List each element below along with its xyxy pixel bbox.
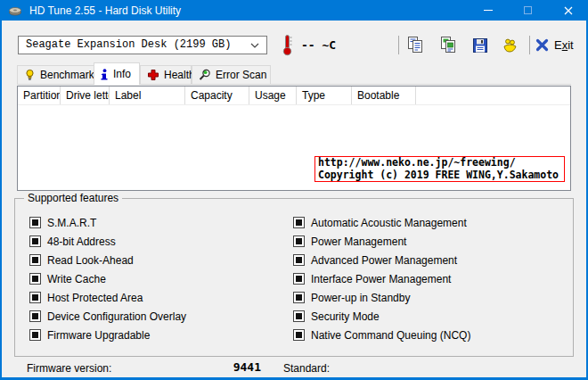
close-button[interactable] [548,0,588,21]
checkbox-filled-icon [296,294,302,301]
temperature-value: -- ~C [301,38,336,52]
feature-label: Power Management [311,235,406,248]
checkbox-filled-icon [296,332,302,338]
thermometer-icon [282,34,293,56]
close-icon [564,6,573,15]
drive-select-value: Seagate Expansion Desk (2199 GB) [26,38,231,51]
feature-checkbox[interactable] [29,292,41,303]
checkbox-filled-icon [32,276,38,282]
tab-label: Health [164,69,195,81]
column-header-label[interactable]: Label [110,87,185,104]
feature-row-smart: S.M.A.R.T [29,213,186,232]
feature-checkbox[interactable] [29,310,41,322]
hard-disk-app-icon [8,4,22,18]
feature-row-power-up-in-standby: Power-up in Standby [293,288,470,307]
feature-row-advanced-power-management: Advanced Power Management [293,251,470,269]
tab-label: Error Scan [216,69,266,81]
feature-row-interface-power-management: Interface Power Management [293,269,470,288]
benchmark-icon [24,69,36,81]
toolbar-separator [398,36,399,54]
minimize-button[interactable] [468,0,508,21]
column-header-usage[interactable]: Usage [249,87,297,104]
checkbox-filled-icon [32,257,38,263]
feature-label: Power-up in Standby [311,292,410,304]
feature-label: Advanced Power Management [311,254,457,267]
feature-label: Read Look-Ahead [47,254,134,267]
feature-row-48bit-address: 48-bit Address [29,232,186,251]
checkbox-filled-icon [296,313,302,319]
save-screenshot-button[interactable] [469,35,492,55]
column-header-capacity[interactable]: Capacity [185,87,249,104]
partition-list: Partition Drive letter Label Capacity Us… [17,86,571,191]
credit-url: http://www.neko.ne.jp/~freewing/ [318,157,561,169]
column-header-partition[interactable]: Partition [18,87,61,104]
checkbox-filled-icon [296,276,302,282]
firmware-version-label: Firmware version: [27,362,111,375]
tab-benchmark[interactable]: Benchmark [17,65,94,85]
feature-checkbox[interactable] [293,273,305,285]
titlebar: HD Tune 2.55 - Hard Disk Utility [0,0,588,21]
feature-row-power-management: Power Management [293,232,470,251]
feature-checkbox[interactable] [29,273,41,285]
supported-features-title: Supported features [24,192,122,204]
feature-checkbox[interactable] [293,329,305,341]
checkbox-filled-icon [32,219,38,226]
feature-label: Firmware Upgradable [47,329,150,342]
feature-label: S.M.A.R.T [47,217,96,229]
maximize-button[interactable] [508,0,548,21]
exit-label: Exit [554,38,574,52]
feature-checkbox[interactable] [293,217,305,228]
info-icon [101,69,109,80]
features-right-column: Automatic Acoustic Management Power Mana… [293,213,470,344]
partition-list-header: Partition Drive letter Label Capacity Us… [18,87,570,105]
feature-checkbox[interactable] [29,254,41,266]
feature-checkbox[interactable] [293,235,305,247]
feature-row-native-command-queuing: Native Command Queuing (NCQ) [293,326,470,344]
copy-screenshot-button[interactable] [437,35,460,55]
error-scan-magnifier-icon [199,69,211,81]
tab-info[interactable]: Info [94,62,140,85]
feature-checkbox[interactable] [293,292,305,303]
feature-label: Host Protected Area [47,292,143,304]
tab-error-scan[interactable]: Error Scan [192,65,271,85]
supported-features-group: Supported features S.M.A.R.T 48-bit Addr… [14,198,574,357]
features-left-column: S.M.A.R.T 48-bit Address Read Look-Ahead… [29,213,186,344]
feature-label: Security Mode [311,310,380,323]
column-header-drive-letter[interactable]: Drive letter [61,87,110,104]
drive-select-dropdown[interactable]: Seagate Expansion Desk (2199 GB) [18,36,267,54]
feature-row-security-mode: Security Mode [293,307,470,326]
exit-button[interactable]: Exit [535,35,574,55]
feature-row-read-look-ahead: Read Look-Ahead [29,251,186,269]
feature-label: 48-bit Address [47,235,116,248]
feature-checkbox[interactable] [29,235,41,247]
firmware-version-value: 9441 [187,360,261,374]
column-header-bootable[interactable]: Bootable [352,87,416,104]
column-header-type[interactable]: Type [297,87,352,104]
copy-image-icon [439,36,458,54]
options-icon [501,36,519,54]
feature-label: Automatic Acoustic Management [311,217,467,229]
feature-row-automatic-acoustic-management: Automatic Acoustic Management [293,213,470,232]
feature-row-device-configuration-overlay: Device Configuration Overlay [29,307,186,326]
feature-checkbox[interactable] [293,310,305,322]
exit-x-icon [535,38,549,52]
feature-row-host-protected-area: Host Protected Area [29,288,186,307]
copy-text-button[interactable] [404,35,427,55]
checkbox-filled-icon [296,257,302,263]
app-window: HD Tune 2.55 - Hard Disk Utility Seagate… [0,0,588,380]
tab-label: Info [113,68,131,80]
checkbox-filled-icon [32,294,38,301]
feature-checkbox[interactable] [29,217,41,228]
feature-label: Write Cache [47,273,106,285]
feature-checkbox[interactable] [29,329,41,341]
chevron-down-icon [250,43,259,48]
save-icon [471,37,489,54]
standard-label: Standard: [283,362,330,375]
options-button[interactable] [498,35,521,55]
toolbar-separator [529,36,530,54]
feature-label: Native Command Queuing (NCQ) [311,329,470,342]
feature-checkbox[interactable] [293,254,305,266]
checkbox-filled-icon [32,313,38,319]
window-title: HD Tune 2.55 - Hard Disk Utility [29,4,181,17]
tab-health[interactable]: Health [140,65,192,85]
